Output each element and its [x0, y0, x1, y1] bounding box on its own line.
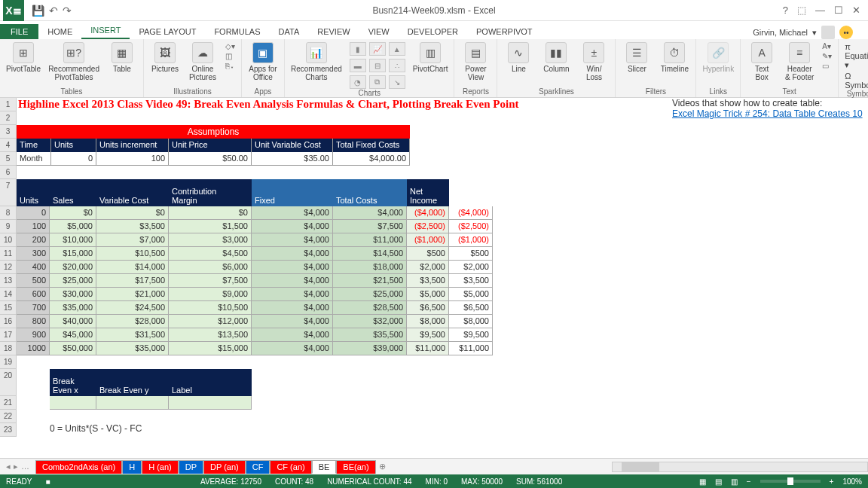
- smile-icon[interactable]: ••: [839, 26, 853, 39]
- table-row[interactable]: 200$10,000$7,000$3,000$4,000$11,000($1,0…: [17, 233, 493, 247]
- shapes-icon[interactable]: ◇▾: [225, 42, 235, 50]
- text-box-button[interactable]: AText Box: [747, 42, 777, 81]
- tab-home[interactable]: HOME: [38, 24, 81, 39]
- table-row[interactable]: 600$30,000$21,000$9,000$4,000$25,000$5,0…: [17, 288, 493, 301]
- tab-developer[interactable]: DEVELOPER: [399, 24, 467, 39]
- table-row[interactable]: 700$35,000$24,500$10,500$4,000$28,500$6,…: [17, 301, 493, 315]
- table-row[interactable]: 900$45,000$31,500$13,500$4,000$35,500$9,…: [17, 328, 493, 342]
- sheet-tab[interactable]: H (an): [142, 460, 179, 474]
- apps-for-office-button[interactable]: ▣Apps for Office: [248, 42, 278, 81]
- row-headers[interactable]: 1234567891011121314151617181920212223: [0, 98, 17, 437]
- row-header[interactable]: 14: [0, 288, 17, 301]
- cell-uinc[interactable]: 100: [96, 152, 169, 166]
- avatar[interactable]: [821, 26, 835, 39]
- tab-view[interactable]: VIEW: [359, 24, 399, 39]
- chart-type-grid[interactable]: ▮📈▲ ▬⊟∴ ◔⧉↘: [350, 42, 405, 89]
- row-header[interactable]: 20: [0, 369, 17, 396]
- table-row[interactable]: 0$0$0$0$4,000$4,000($4,000)($4,000): [17, 206, 493, 220]
- screenshot-icon[interactable]: ⎘▾: [225, 62, 235, 70]
- table-button[interactable]: ▦Table: [107, 42, 137, 73]
- tab-data[interactable]: DATA: [270, 24, 309, 39]
- recommended-charts-button[interactable]: 📊Recommended Charts: [291, 42, 342, 81]
- recommended-pivottables-button[interactable]: ⊞?Recommended PivotTables: [48, 42, 99, 81]
- tab-page-layout[interactable]: PAGE LAYOUT: [130, 24, 205, 39]
- row-header[interactable]: 22: [0, 410, 17, 423]
- cell-uprice[interactable]: $50.00: [169, 152, 252, 166]
- be-label-cell[interactable]: [169, 396, 252, 410]
- row-header[interactable]: 19: [0, 355, 17, 369]
- hyperlink-button[interactable]: 🔗Hyperlink: [702, 42, 734, 73]
- worksheet-grid[interactable]: 1234567891011121314151617181920212223 Hi…: [0, 98, 868, 474]
- tab-insert[interactable]: INSERT: [81, 23, 130, 39]
- row-header[interactable]: 13: [0, 274, 17, 288]
- table-row[interactable]: 400$20,000$14,000$6,000$4,000$18,000$2,0…: [17, 261, 493, 274]
- sheet-title[interactable]: Highline Excel 2013 Class Video 49: Brea…: [17, 98, 518, 111]
- sheet-nav-prev-icon[interactable]: ▸: [14, 462, 18, 471]
- sheet-tab[interactable]: BE: [312, 460, 337, 474]
- pivotchart-button[interactable]: ▥PivotChart: [413, 42, 448, 73]
- sheet-nav-more-icon[interactable]: …: [21, 462, 29, 471]
- table-row[interactable]: 300$15,000$10,500$4,500$4,000$14,500$500…: [17, 247, 493, 261]
- sheet-tab[interactable]: DP (an): [203, 460, 246, 474]
- row-header[interactable]: 5: [0, 152, 17, 166]
- formula-text[interactable]: 0 = Units*(S - VC) - FC: [50, 423, 142, 434]
- break-even-table[interactable]: Break Even x Break Even y Label: [50, 369, 252, 410]
- right-text[interactable]: Videos that show how to create table:: [672, 98, 863, 108]
- file-tab[interactable]: FILE: [0, 24, 38, 39]
- row-header[interactable]: 16: [0, 315, 17, 328]
- row-header[interactable]: 3: [0, 125, 17, 139]
- sheet-tab[interactable]: DP: [179, 460, 203, 474]
- row-header[interactable]: 10: [0, 233, 17, 247]
- redo-icon[interactable]: ↷: [63, 5, 72, 17]
- row-header[interactable]: 15: [0, 301, 17, 315]
- object-icon[interactable]: ▭: [822, 62, 832, 70]
- power-view-button[interactable]: ▤Power View: [460, 42, 491, 81]
- pivottable-button[interactable]: ⊞PivotTable: [6, 42, 41, 73]
- smartart-icon[interactable]: ◫: [225, 52, 235, 60]
- row-header[interactable]: 11: [0, 247, 17, 261]
- close-icon[interactable]: ✕: [852, 5, 860, 16]
- help-icon[interactable]: ?: [783, 5, 788, 16]
- row-header[interactable]: 7: [0, 179, 17, 206]
- row-header[interactable]: 1: [0, 98, 17, 111]
- wordart-icon[interactable]: A▾: [822, 42, 832, 50]
- user-name[interactable]: Girvin, Michael: [753, 28, 808, 37]
- view-page-icon[interactable]: ▤: [715, 477, 722, 486]
- minimize-icon[interactable]: —: [815, 5, 825, 16]
- main-table[interactable]: Units Sales Variable Cost Contribution M…: [17, 179, 493, 355]
- row-header[interactable]: 12: [0, 261, 17, 274]
- symbol-button[interactable]: Ω Symbol: [845, 72, 868, 90]
- online-pictures-button[interactable]: ☁Online Pictures: [188, 42, 218, 81]
- view-normal-icon[interactable]: ▦: [699, 477, 706, 486]
- zoom-slider[interactable]: [760, 480, 821, 483]
- cell-ustart[interactable]: 0: [51, 152, 96, 166]
- row-header[interactable]: 8: [0, 206, 17, 220]
- sparkline-winloss-button[interactable]: ±Win/ Loss: [579, 42, 609, 81]
- zoom-in-icon[interactable]: +: [830, 477, 834, 486]
- maximize-icon[interactable]: ☐: [834, 5, 843, 16]
- pictures-button[interactable]: 🖼Pictures: [150, 42, 180, 73]
- cell-uvc[interactable]: $35.00: [252, 152, 333, 166]
- row-header[interactable]: 2: [0, 111, 17, 125]
- tab-powerpivot[interactable]: POWERPIVOT: [467, 24, 542, 39]
- row-header[interactable]: 18: [0, 342, 17, 355]
- be-x-cell[interactable]: [50, 396, 96, 410]
- sparkline-line-button[interactable]: ∿Line: [503, 42, 533, 73]
- row-header[interactable]: 6: [0, 166, 17, 179]
- table-row[interactable]: 100$5,000$3,500$1,500$4,000$7,500($2,500…: [17, 220, 493, 233]
- signature-icon[interactable]: ✎▾: [822, 52, 832, 60]
- cell-tfc[interactable]: $4,000.00: [333, 152, 410, 166]
- row-header[interactable]: 17: [0, 328, 17, 342]
- view-break-icon[interactable]: ▥: [731, 477, 738, 486]
- save-icon[interactable]: 💾: [32, 5, 44, 17]
- table-row[interactable]: 800$40,000$28,000$12,000$4,000$32,000$8,…: [17, 315, 493, 328]
- cell-time[interactable]: Month: [17, 152, 51, 166]
- row-header[interactable]: 4: [0, 139, 17, 152]
- equation-button[interactable]: π Equation ▾: [845, 42, 868, 70]
- be-y-cell[interactable]: [96, 396, 169, 410]
- undo-icon[interactable]: ↶: [49, 5, 58, 17]
- slicer-button[interactable]: ☰Slicer: [622, 42, 652, 73]
- row-header[interactable]: 9: [0, 220, 17, 233]
- status-macro-icon[interactable]: ■: [45, 477, 50, 486]
- sheet-tab[interactable]: BE(an): [336, 460, 375, 474]
